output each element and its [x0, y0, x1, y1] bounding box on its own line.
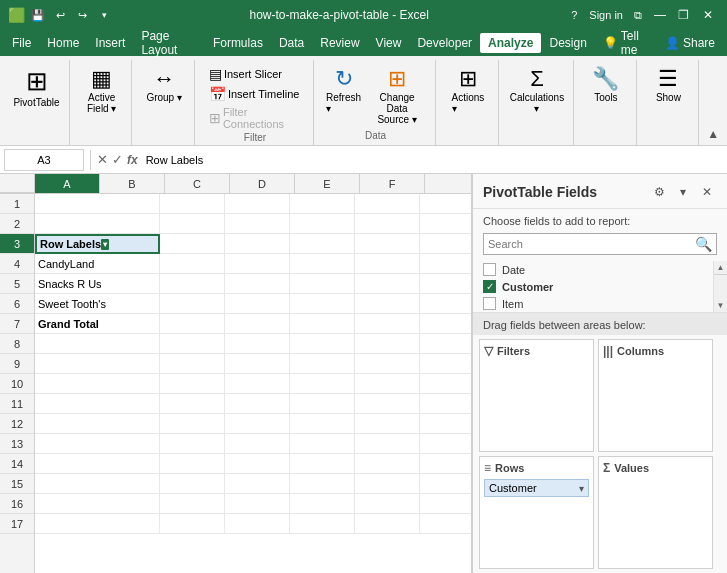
cell-a8[interactable] [35, 334, 160, 354]
cell-e7[interactable] [355, 314, 420, 334]
show-btn[interactable]: ☰ Show [644, 64, 692, 105]
cell-b9[interactable] [160, 354, 225, 374]
cell-e6[interactable] [355, 294, 420, 314]
cell-f15[interactable] [420, 474, 471, 494]
cell-e2[interactable] [355, 214, 420, 234]
filter-connections-btn[interactable]: ⊞ Filter Connections [205, 104, 305, 132]
cell-d17[interactable] [290, 514, 355, 534]
actions-btn[interactable]: ⊞ Actions▾ [444, 64, 492, 116]
row-num-5[interactable]: 5 [0, 274, 34, 294]
cell-c2[interactable] [225, 214, 290, 234]
menu-insert[interactable]: Insert [87, 33, 133, 53]
pivot-gear-icon[interactable]: ⚙ [649, 182, 669, 202]
row-num-14[interactable]: 14 [0, 454, 34, 474]
cell-b6[interactable] [160, 294, 225, 314]
undo-icon[interactable]: ↩ [51, 6, 69, 24]
pivot-field-customer[interactable]: ✓ Customer [473, 278, 713, 295]
cell-d6[interactable] [290, 294, 355, 314]
cell-f4[interactable] [420, 254, 471, 274]
cell-e16[interactable] [355, 494, 420, 514]
cell-c17[interactable] [225, 514, 290, 534]
cell-b11[interactable] [160, 394, 225, 414]
cell-e3[interactable] [355, 234, 420, 254]
cell-a12[interactable] [35, 414, 160, 434]
cell-e5[interactable] [355, 274, 420, 294]
cell-a16[interactable] [35, 494, 160, 514]
menu-design[interactable]: Design [541, 33, 594, 53]
formula-input[interactable] [142, 149, 723, 171]
cell-b16[interactable] [160, 494, 225, 514]
cell-c3[interactable] [225, 234, 290, 254]
fields-scroll-track[interactable] [714, 275, 727, 298]
group-btn[interactable]: ↔ Group ▾ [140, 64, 188, 105]
cell-b8[interactable] [160, 334, 225, 354]
cell-e4[interactable] [355, 254, 420, 274]
change-data-source-btn[interactable]: ⊞ Change DataSource ▾ [367, 64, 427, 127]
refresh-btn[interactable]: ↻ Refresh▾ [324, 64, 363, 116]
cell-b1[interactable] [160, 194, 225, 214]
col-header-e[interactable]: E [295, 174, 360, 193]
cancel-formula-icon[interactable]: ✕ [97, 152, 108, 167]
calculations-btn[interactable]: Σ Calculations▾ [506, 64, 568, 116]
menu-view[interactable]: View [368, 33, 410, 53]
cell-a1[interactable] [35, 194, 160, 214]
maximize-btn[interactable]: ❐ [673, 4, 695, 26]
cell-d15[interactable] [290, 474, 355, 494]
cell-b14[interactable] [160, 454, 225, 474]
cell-d11[interactable] [290, 394, 355, 414]
cell-a3[interactable]: Row Labels ▾ [35, 234, 160, 254]
cell-e9[interactable] [355, 354, 420, 374]
pivottable-btn[interactable]: ⊞ PivotTable [9, 64, 63, 110]
cell-c7[interactable] [225, 314, 290, 334]
cell-b3[interactable] [160, 234, 225, 254]
fields-scroll-down[interactable]: ▼ [714, 298, 727, 312]
cell-c12[interactable] [225, 414, 290, 434]
col-header-f[interactable]: F [360, 174, 425, 193]
row-num-10[interactable]: 10 [0, 374, 34, 394]
row-num-3[interactable]: 3 [0, 234, 34, 254]
cell-f12[interactable] [420, 414, 471, 434]
cell-a9[interactable] [35, 354, 160, 374]
cell-c4[interactable] [225, 254, 290, 274]
row-num-16[interactable]: 16 [0, 494, 34, 514]
cell-f13[interactable] [420, 434, 471, 454]
insert-timeline-btn[interactable]: 📅 Insert Timeline [205, 84, 305, 104]
row-num-7[interactable]: 7 [0, 314, 34, 334]
menu-data[interactable]: Data [271, 33, 312, 53]
fields-scroll-up[interactable]: ▲ [714, 261, 727, 275]
cell-a5[interactable]: Snacks R Us [35, 274, 160, 294]
menu-developer[interactable]: Developer [409, 33, 480, 53]
cell-a7[interactable]: Grand Total [35, 314, 160, 334]
cell-d5[interactable] [290, 274, 355, 294]
cell-b17[interactable] [160, 514, 225, 534]
cell-d7[interactable] [290, 314, 355, 334]
row-num-15[interactable]: 15 [0, 474, 34, 494]
col-header-a[interactable]: A [35, 174, 100, 193]
share-btn[interactable]: 👤Share [657, 33, 723, 53]
row-labels-dropdown-icon[interactable]: ▾ [101, 239, 109, 250]
row-num-2[interactable]: 2 [0, 214, 34, 234]
cell-d8[interactable] [290, 334, 355, 354]
col-header-c[interactable]: C [165, 174, 230, 193]
cell-b13[interactable] [160, 434, 225, 454]
cell-d1[interactable] [290, 194, 355, 214]
cell-f14[interactable] [420, 454, 471, 474]
cell-f3[interactable] [420, 234, 471, 254]
cell-d2[interactable] [290, 214, 355, 234]
menu-home[interactable]: Home [39, 33, 87, 53]
cell-c5[interactable] [225, 274, 290, 294]
row-num-6[interactable]: 6 [0, 294, 34, 314]
cell-f10[interactable] [420, 374, 471, 394]
cell-b7[interactable] [160, 314, 225, 334]
cell-e17[interactable] [355, 514, 420, 534]
row-num-13[interactable]: 13 [0, 434, 34, 454]
cell-f1[interactable] [420, 194, 471, 214]
cell-f8[interactable] [420, 334, 471, 354]
fx-icon[interactable]: fx [127, 153, 138, 167]
cell-b5[interactable] [160, 274, 225, 294]
cell-d10[interactable] [290, 374, 355, 394]
cell-e1[interactable] [355, 194, 420, 214]
cell-f6[interactable] [420, 294, 471, 314]
cell-d12[interactable] [290, 414, 355, 434]
cell-b10[interactable] [160, 374, 225, 394]
